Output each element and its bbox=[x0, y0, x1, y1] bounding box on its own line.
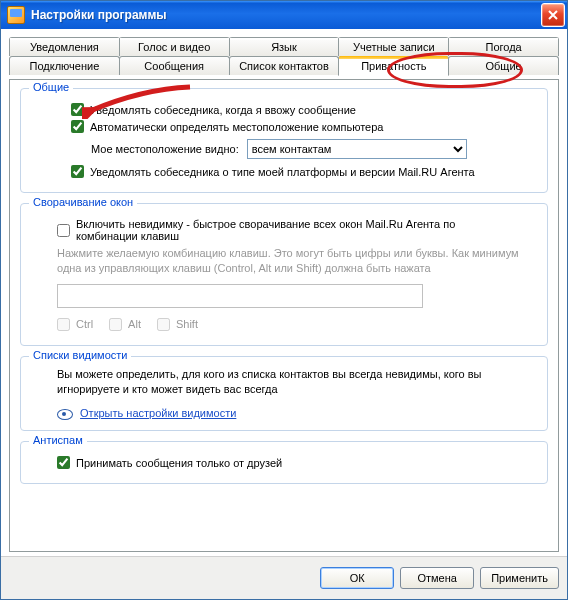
dialog-footer: ОК Отмена Применить bbox=[1, 556, 567, 599]
select-location-visibility[interactable]: всем контактам bbox=[247, 139, 467, 159]
window-title: Настройки программы bbox=[31, 8, 541, 22]
window-body: Уведомления Голос и видео Язык Учетные з… bbox=[1, 29, 567, 556]
tab-connection[interactable]: Подключение bbox=[9, 56, 120, 75]
cancel-button[interactable]: Отмена bbox=[400, 567, 474, 589]
tab-general[interactable]: Общие bbox=[448, 56, 559, 75]
tab-privacy[interactable]: Приватность bbox=[338, 56, 449, 76]
label-notify-typing: Уведомлять собеседника, когда я ввожу со… bbox=[90, 104, 356, 116]
row-friends-only: Принимать сообщения только от друзей bbox=[57, 456, 537, 469]
app-icon bbox=[7, 6, 25, 24]
tab-language[interactable]: Язык bbox=[229, 37, 340, 56]
label-location-visibility: Мое местоположение видно: bbox=[91, 143, 239, 155]
visibility-text: Вы можете определить, для кого из списка… bbox=[57, 367, 537, 398]
label-alt: Alt bbox=[128, 318, 141, 330]
tab-contacts[interactable]: Список контактов bbox=[229, 56, 340, 75]
label-notify-platform: Уведомлять собеседника о типе моей платф… bbox=[90, 166, 475, 178]
label-auto-location: Автоматически определять местоположение … bbox=[90, 121, 383, 133]
label-invisible: Включить невидимку - быстрое сворачивани… bbox=[76, 218, 516, 242]
group-general: Общие Уведомлять собеседника, когда я вв… bbox=[20, 88, 548, 193]
tab-weather[interactable]: Погода bbox=[448, 37, 559, 56]
close-icon bbox=[548, 10, 558, 20]
group-minimize: Сворачивание окон Включить невидимку - б… bbox=[20, 203, 548, 346]
checkbox-auto-location[interactable] bbox=[71, 120, 84, 133]
checkbox-alt[interactable] bbox=[109, 318, 122, 331]
apply-button[interactable]: Применить bbox=[480, 567, 559, 589]
checkbox-shift[interactable] bbox=[157, 318, 170, 331]
settings-window: Настройки программы Уведомления Голос и … bbox=[0, 0, 568, 600]
tabs-row-1: Уведомления Голос и видео Язык Учетные з… bbox=[9, 37, 559, 56]
group-visibility-title: Списки видимости bbox=[29, 349, 131, 361]
row-auto-location: Автоматически определять местоположение … bbox=[71, 120, 537, 133]
checkbox-ctrl[interactable] bbox=[57, 318, 70, 331]
tab-messages[interactable]: Сообщения bbox=[119, 56, 230, 75]
tab-voice-video[interactable]: Голос и видео bbox=[119, 37, 230, 56]
tabs: Уведомления Голос и видео Язык Учетные з… bbox=[9, 37, 559, 75]
checkbox-invisible[interactable] bbox=[57, 224, 70, 237]
visibility-link-row: Открыть настройки видимости bbox=[57, 407, 537, 420]
ok-button[interactable]: ОК bbox=[320, 567, 394, 589]
row-invisible: Включить невидимку - быстрое сворачивани… bbox=[57, 218, 537, 242]
tab-accounts[interactable]: Учетные записи bbox=[338, 37, 449, 56]
tabs-row-2: Подключение Сообщения Список контактов П… bbox=[9, 56, 559, 75]
label-shift: Shift bbox=[176, 318, 198, 330]
modifier-row: Ctrl Alt Shift bbox=[57, 314, 537, 335]
group-visibility: Списки видимости Вы можете определить, д… bbox=[20, 356, 548, 431]
titlebar: Настройки программы bbox=[1, 1, 567, 29]
eye-icon bbox=[57, 409, 73, 420]
label-ctrl: Ctrl bbox=[76, 318, 93, 330]
hotkey-hint: Нажмите желаемую комбинацию клавиш. Это … bbox=[57, 246, 537, 276]
checkbox-notify-typing[interactable] bbox=[71, 103, 84, 116]
group-antispam: Антиспам Принимать сообщения только от д… bbox=[20, 441, 548, 484]
checkbox-friends-only[interactable] bbox=[57, 456, 70, 469]
tab-panel: Общие Уведомлять собеседника, когда я вв… bbox=[9, 79, 559, 552]
group-general-title: Общие bbox=[29, 81, 73, 93]
group-minimize-title: Сворачивание окон bbox=[29, 196, 137, 208]
row-notify-platform: Уведомлять собеседника о типе моей платф… bbox=[71, 165, 537, 178]
close-button[interactable] bbox=[541, 3, 565, 27]
row-notify-typing: Уведомлять собеседника, когда я ввожу со… bbox=[71, 103, 537, 116]
group-antispam-title: Антиспам bbox=[29, 434, 87, 446]
hotkey-input[interactable] bbox=[57, 284, 423, 308]
link-open-visibility[interactable]: Открыть настройки видимости bbox=[80, 407, 236, 419]
tab-notifications[interactable]: Уведомления bbox=[9, 37, 120, 56]
label-friends-only: Принимать сообщения только от друзей bbox=[76, 457, 282, 469]
row-location-visibility: Мое местоположение видно: всем контактам bbox=[71, 139, 537, 159]
checkbox-notify-platform[interactable] bbox=[71, 165, 84, 178]
